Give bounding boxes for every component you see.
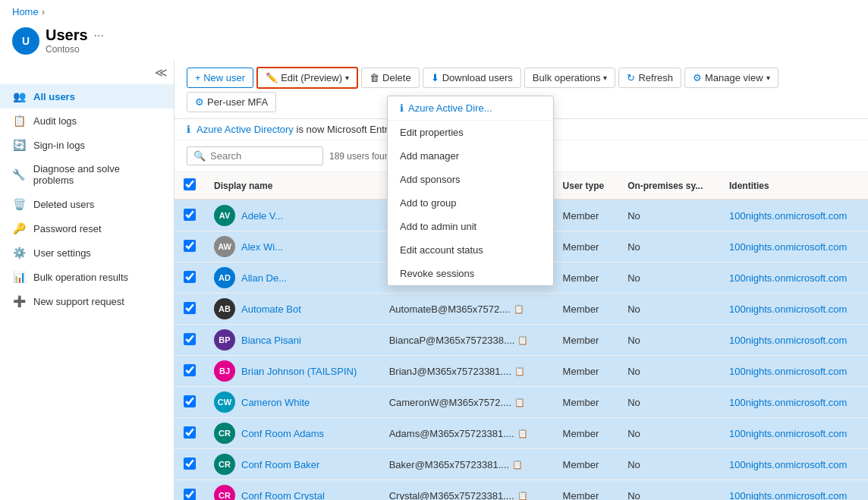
dropdown-item-add-to-group[interactable]: Add to group — [388, 191, 553, 215]
sidebar-label: Bulk operation results — [33, 272, 128, 283]
dropdown-item-edit-account-status[interactable]: Edit account status — [388, 238, 553, 262]
user-name[interactable]: Conf Room Adams — [241, 428, 324, 439]
avatar: AW — [214, 236, 235, 257]
identities: 100nights.onmicrosoft.com — [720, 200, 868, 231]
sidebar-collapse: ≪ — [0, 61, 174, 84]
user-name[interactable]: Adele V... — [241, 210, 283, 222]
upn-value: Baker@M365x75723381.... — [389, 459, 509, 470]
select-all-checkbox[interactable] — [184, 178, 196, 190]
row-checkbox[interactable] — [184, 458, 196, 470]
sidebar-icon: 🔑 — [12, 222, 26, 234]
mfa-icon: ⚙ — [195, 96, 204, 108]
copy-icon[interactable]: 📋 — [514, 366, 525, 376]
sidebar-item-sign-in-logs[interactable]: 🔄Sign-in logs — [0, 133, 174, 157]
identities: 100nights.onmicrosoft.com — [720, 325, 868, 356]
dropdown-item-edit-properties[interactable]: Edit properties — [388, 121, 553, 144]
dropdown-item-revoke-sessions[interactable]: Revoke sessions — [388, 262, 553, 285]
user-name[interactable]: Brian Johnson (TAILSPIN) — [241, 366, 357, 377]
info-circle-icon: ℹ — [400, 102, 404, 114]
col-display-name: Display name — [205, 172, 380, 200]
user-name[interactable]: Cameron White — [241, 397, 310, 408]
row-checkbox[interactable] — [184, 489, 196, 501]
col-identities: Identities — [720, 172, 868, 200]
table-row: AB Automate Bot AutomateB@M365x7572.... … — [175, 294, 868, 325]
dropdown-info-text: Azure Active Dire... — [408, 102, 492, 114]
aad-link[interactable]: Azure Active Directory — [197, 124, 294, 135]
upn-value: Crystal@M365x75723381.... — [389, 490, 514, 501]
sidebar-item-password-reset[interactable]: 🔑Password reset — [0, 216, 174, 241]
sidebar-item-diagnose-and-solve-problems[interactable]: 🔧Diagnose and solve problems — [0, 157, 174, 192]
breadcrumb: Home › — [0, 0, 868, 24]
copy-icon[interactable]: 📋 — [512, 460, 523, 470]
search-box[interactable]: 🔍 — [187, 146, 323, 165]
user-type: Member — [554, 263, 619, 294]
row-checkbox[interactable] — [184, 426, 196, 439]
row-checkbox[interactable] — [184, 209, 196, 221]
bulk-operations-button[interactable]: Bulk operations ▾ — [524, 68, 616, 88]
download-button[interactable]: ⬇ Download users — [423, 68, 521, 88]
collapse-button[interactable]: ≪ — [155, 65, 168, 80]
page-subtitle: Contoso — [46, 44, 104, 55]
copy-icon[interactable]: 📋 — [517, 429, 528, 439]
row-checkbox[interactable] — [184, 302, 196, 314]
dropdown-item-add-sponsors[interactable]: Add sponsors — [388, 168, 553, 191]
upn-cell: Adams@M365x75723381.... 📋 — [389, 428, 545, 439]
sidebar-item-deleted-users[interactable]: 🗑️Deleted users — [0, 192, 174, 216]
row-checkbox[interactable] — [184, 240, 196, 252]
sidebar-item-audit-logs[interactable]: 📋Audit logs — [0, 108, 174, 133]
row-checkbox[interactable] — [184, 333, 196, 345]
per-user-mfa-button[interactable]: ⚙ Per-user MFA — [187, 92, 276, 112]
sidebar-item-user-settings[interactable]: ⚙️User settings — [0, 241, 174, 265]
row-checkbox[interactable] — [184, 395, 196, 407]
sidebar-item-bulk-operation-results[interactable]: 📊Bulk operation results — [0, 265, 174, 289]
copy-icon[interactable]: 📋 — [514, 398, 525, 407]
sidebar-item-new-support-request[interactable]: ➕New support request — [0, 289, 174, 313]
table-row: CR Conf Room Crystal Crystal@M365x757233… — [175, 480, 868, 501]
sidebar: ≪ 👥All users📋Audit logs🔄Sign-in logs🔧Dia… — [0, 61, 175, 500]
user-name[interactable]: Automate Bot — [241, 303, 301, 315]
title-block: Users ··· Contoso — [46, 27, 104, 55]
user-cell: BJ Brian Johnson (TAILSPIN) — [214, 360, 371, 382]
sidebar-label: User settings — [33, 247, 91, 259]
manage-view-button[interactable]: ⚙ Manage view ▾ — [684, 68, 778, 88]
sidebar-item-all-users[interactable]: 👥All users — [0, 84, 174, 108]
new-user-button[interactable]: + New user — [187, 68, 253, 88]
copy-icon[interactable]: 📋 — [517, 491, 528, 501]
sidebar-icon: 👥 — [12, 90, 26, 102]
user-name[interactable]: Alex Wi... — [241, 241, 283, 253]
sidebar-label: Password reset — [33, 223, 102, 234]
row-checkbox[interactable] — [184, 271, 196, 283]
user-name[interactable]: Allan De... — [241, 272, 287, 284]
table-row: CW Cameron White CameronW@M365x7572.... … — [175, 387, 868, 418]
row-checkbox[interactable] — [184, 364, 196, 376]
avatar: BP — [214, 329, 235, 351]
avatar: CR — [214, 423, 235, 444]
on-premises: No — [618, 200, 720, 231]
dropdown-item-add-manager[interactable]: Add manager — [388, 144, 553, 168]
sidebar-label: Audit logs — [33, 115, 77, 127]
refresh-button[interactable]: ↻ Refresh — [618, 68, 681, 88]
ellipsis-menu[interactable]: ··· — [94, 29, 104, 42]
user-type: Member — [554, 418, 619, 449]
search-input[interactable] — [210, 150, 316, 162]
avatar: CR — [214, 454, 235, 475]
avatar: AV — [214, 205, 235, 226]
user-name[interactable]: Conf Room Baker — [241, 459, 319, 470]
copy-icon[interactable]: 📋 — [514, 304, 524, 314]
manage-caret-icon: ▾ — [766, 74, 770, 82]
avatar: AB — [214, 298, 235, 319]
identities: 100nights.onmicrosoft.com — [720, 356, 868, 387]
dropdown-info: ℹ Azure Active Dire... — [388, 96, 553, 121]
edit-preview-button[interactable]: ✏️ Edit (Preview) ▾ — [256, 67, 358, 89]
download-icon: ⬇ — [431, 72, 439, 83]
copy-icon[interactable]: 📋 — [517, 335, 528, 345]
on-premises: No — [618, 418, 720, 449]
identities: 100nights.onmicrosoft.com — [720, 418, 868, 449]
breadcrumb-home[interactable]: Home — [12, 6, 39, 17]
delete-button[interactable]: 🗑 Delete — [361, 68, 420, 88]
user-name[interactable]: Bianca Pisani — [241, 335, 301, 346]
user-type: Member — [554, 387, 619, 418]
dropdown-item-add-to-admin-unit[interactable]: Add to admin unit — [388, 215, 553, 238]
user-name[interactable]: Conf Room Crystal — [241, 490, 325, 501]
user-type: Member — [554, 200, 619, 231]
